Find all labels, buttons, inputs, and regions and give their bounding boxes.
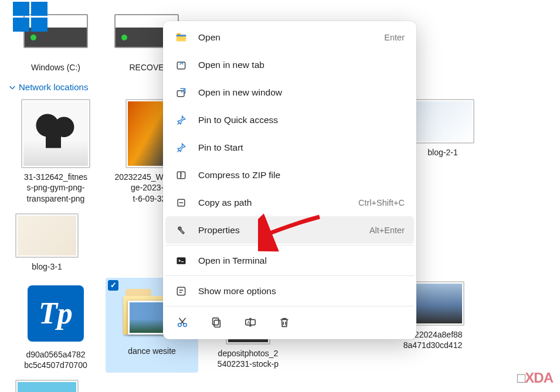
ctx-properties[interactable]: Properties Alt+Enter (165, 216, 414, 244)
svg-text:A: A (247, 320, 250, 325)
file-label: d90a0565a4782 bc5c4507d70700 (24, 349, 87, 370)
rename-icon[interactable]: A (244, 316, 257, 329)
ctx-copy-as-path[interactable]: Copy as path Ctrl+Shift+C (165, 189, 414, 216)
ctx-compress-zip[interactable]: Compress to ZIP file (165, 161, 414, 189)
delete-icon[interactable] (278, 316, 291, 329)
pin-icon (175, 114, 188, 127)
ctx-pin-start[interactable]: Pin to Start (165, 134, 414, 161)
watermark: □XDA (517, 370, 553, 386)
ctx-open-new-tab[interactable]: Open in new tab (165, 51, 414, 79)
drive-label: RECOVE (129, 62, 164, 73)
svg-rect-11 (214, 320, 220, 327)
svg-rect-12 (213, 318, 219, 325)
image-file[interactable]: Holiday-List-f Central-Gover (6, 376, 88, 392)
cut-icon[interactable] (176, 316, 189, 329)
svg-rect-8 (177, 287, 185, 295)
context-menu: Open Enter Open in new tab Open in new w… (163, 21, 416, 339)
ctx-open-new-window[interactable]: Open in new window (165, 79, 414, 106)
chevron-down-icon (8, 83, 16, 91)
more-icon (175, 285, 188, 298)
svg-rect-7 (177, 257, 186, 264)
selection-checkbox-icon[interactable] (108, 280, 118, 291)
file-label: depositphotos_2 5402231-stock-p (218, 348, 279, 369)
svg-rect-1 (177, 35, 186, 36)
file-label: blog-3-1 (32, 261, 62, 272)
app-icon: Tp (28, 285, 84, 342)
ctx-toolbar: A (165, 308, 414, 337)
ctx-show-more-options[interactable]: Show more options (165, 277, 414, 305)
section-label: Network locations (19, 82, 88, 92)
separator (165, 306, 414, 306)
new-tab-icon (175, 59, 188, 71)
ctx-pin-quick-access[interactable]: Pin to Quick access (165, 106, 414, 134)
svg-rect-3 (177, 90, 184, 96)
separator (165, 245, 414, 246)
drive-label: Windows (C:) (31, 62, 80, 73)
terminal-icon (175, 254, 188, 267)
windows-logo-icon (13, 2, 47, 32)
properties-icon (175, 224, 188, 237)
file-label: blog-2-1 (427, 147, 457, 158)
zip-icon (175, 169, 188, 182)
image-file[interactable]: 31-312642_fitnes s-png-gym-png- transpar… (6, 96, 106, 206)
folder-open-icon (175, 31, 188, 44)
ctx-open[interactable]: Open Enter (165, 23, 414, 51)
copy-icon[interactable] (210, 316, 223, 329)
svg-rect-4 (177, 172, 185, 179)
pin-icon (175, 141, 188, 154)
ctx-open-terminal[interactable]: Open in Terminal (165, 247, 414, 274)
separator (165, 275, 414, 276)
new-window-icon (175, 86, 188, 99)
file-label: 31-312642_fitnes s-png-gym-png- transpar… (24, 172, 87, 204)
image-file[interactable]: blog-3-1 (6, 210, 88, 274)
copy-path-icon (175, 196, 188, 209)
file-label: dance wesite (128, 346, 176, 356)
file-item[interactable]: Tp d90a0565a4782 bc5c4507d70700 (6, 278, 106, 373)
